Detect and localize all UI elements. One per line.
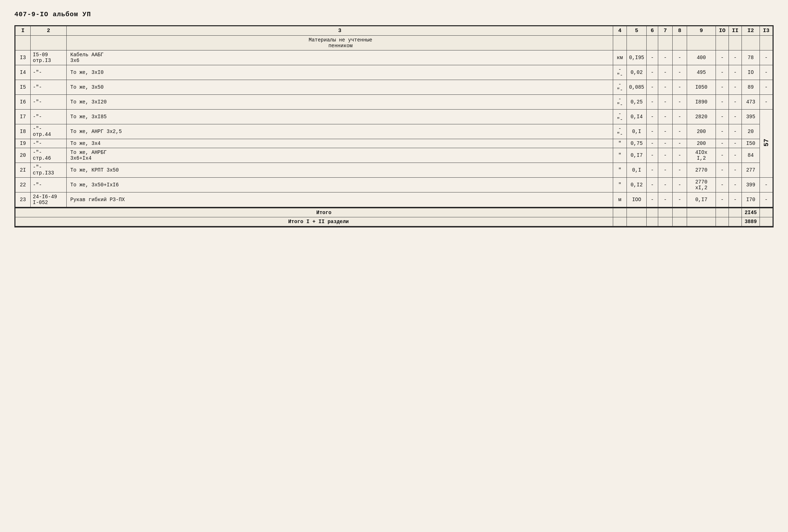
total2-col11	[729, 217, 742, 226]
table-cell: -	[716, 148, 729, 163]
table-cell: 473	[742, 95, 760, 110]
table-cell: -"-стр.Ι33	[31, 163, 67, 178]
header-col4: 4	[613, 26, 627, 36]
table-cell: -	[647, 178, 658, 192]
table-cell: -"-	[31, 139, 67, 148]
table-cell: 2770	[687, 163, 716, 178]
table-cell: -	[729, 139, 742, 148]
table-cell: -	[729, 110, 742, 124]
table-cell: -	[673, 110, 687, 124]
table-cell: -	[716, 192, 729, 208]
table-cell: -	[658, 139, 673, 148]
table-cell: -	[673, 50, 687, 65]
table-cell: -	[673, 148, 687, 163]
total-col9	[687, 208, 716, 217]
header-col6: 6	[647, 26, 658, 36]
total-col8	[673, 208, 687, 217]
table-cell: Ι50	[742, 139, 760, 148]
table-cell: -	[716, 124, 729, 139]
table-cell: -	[658, 80, 673, 95]
table-cell: -	[760, 65, 773, 80]
table-cell: -"-	[613, 80, 627, 95]
table-cell: -"-	[613, 95, 627, 110]
total-col12-2: 3889	[742, 217, 760, 226]
table-cell: -	[647, 50, 658, 65]
table-cell: 277	[742, 163, 760, 178]
table-cell: -	[729, 163, 742, 178]
table-cell: То же, 3х4	[67, 139, 613, 148]
table-cell: ΙΟ	[742, 65, 760, 80]
subheader-col7	[658, 36, 673, 50]
header-row: Ι 2 3 4 5 6 7 8 9 ΙΟ ΙΙ Ι2 Ι3	[16, 26, 773, 36]
table-cell: 4ΙΟхΙ,2	[687, 148, 716, 163]
total-col11	[729, 208, 742, 217]
table-cell: -	[729, 65, 742, 80]
table-row: 22-"-То же, 3х50+ΙхΙ6"0,Ι2---2770хΙ,2--3…	[16, 178, 773, 192]
table-cell: -	[716, 80, 729, 95]
table-cell: -"-	[613, 65, 627, 80]
table-cell: 0,Ι2	[627, 178, 646, 192]
table-cell: ΙΟΟ	[627, 192, 646, 208]
total2-col10	[716, 217, 729, 226]
table-row: Ι5-"-То же, 3х50-"-0,085---Ι050--89-	[16, 80, 773, 95]
table-cell: -	[658, 148, 673, 163]
table-cell: Рукав гибкий РЗ-ПХ	[67, 192, 613, 208]
table-row: Ι6-"-Тo же, 3хΙ20-"-0,25---Ι890--473-	[16, 95, 773, 110]
table-cell: -	[647, 80, 658, 95]
table-cell: -	[673, 65, 687, 80]
rotated-number-57: 57	[760, 110, 773, 178]
table-cell: -	[658, 50, 673, 65]
header-col13: Ι3	[760, 26, 773, 36]
table-cell: 0,Ι7	[627, 148, 646, 163]
table-cell: Тo же, 3хΙ20	[67, 95, 613, 110]
subheader-col13	[760, 36, 773, 50]
table-cell: -	[729, 148, 742, 163]
total2-col13	[760, 217, 773, 226]
total-col6	[647, 208, 658, 217]
header-col7: 7	[658, 26, 673, 36]
table-row: Ι9-"-То же, 3х4"0,75---200--Ι50	[16, 139, 773, 148]
subheader-col10	[716, 36, 729, 50]
table-cell: -	[647, 139, 658, 148]
table-row: 2324-Ι6-49Ι-052Рукав гибкий РЗ-ПХмΙΟΟ---…	[16, 192, 773, 208]
table-cell: 200	[687, 124, 716, 139]
table-cell: -"-	[31, 110, 67, 124]
table-cell: Ι6	[16, 95, 31, 110]
total-col7	[658, 208, 673, 217]
subheader-col9	[687, 36, 716, 50]
table-cell: -	[716, 163, 729, 178]
total-col13	[760, 208, 773, 217]
table-cell: "	[613, 139, 627, 148]
table-cell: 0,Ι	[627, 163, 646, 178]
header-col2: 2	[31, 26, 67, 36]
table-cell: То же, АНРГ 3х2,5	[67, 124, 613, 139]
header-col12: Ι2	[742, 26, 760, 36]
table-cell: -	[658, 124, 673, 139]
table-cell: -	[729, 178, 742, 192]
table-cell: То же, 3хΙ0	[67, 65, 613, 80]
table-cell: Кабель ААБГ3х6	[67, 50, 613, 65]
table-cell: То же, КРПТ 3х50	[67, 163, 613, 178]
table-cell: "	[613, 178, 627, 192]
table-cell: 20	[742, 124, 760, 139]
table-cell: -"-стр.46	[31, 148, 67, 163]
table-cell: Ι5-09отр.Ι3	[31, 50, 67, 65]
table-cell: 495	[687, 65, 716, 80]
table-cell: 0,Ι	[627, 124, 646, 139]
total2-col5	[627, 217, 646, 226]
table-cell: -"-	[31, 80, 67, 95]
table-cell: -	[729, 50, 742, 65]
table-cell: км	[613, 50, 627, 65]
table-cell: -	[716, 110, 729, 124]
table-cell: 0,02	[627, 65, 646, 80]
table-cell: То же, 3х50+ΙхΙ6	[67, 178, 613, 192]
table-cell: 22	[16, 178, 31, 192]
table-row: Ι3Ι5-09отр.Ι3Кабель ААБГ3х6км0,Ι95---400…	[16, 50, 773, 65]
table-cell: -	[729, 95, 742, 110]
total-row-1: Итого 2Ι45	[16, 208, 773, 217]
table-cell: -	[760, 95, 773, 110]
table-cell: -"-отр.44	[31, 124, 67, 139]
table-cell: 2820	[687, 110, 716, 124]
table-cell: -	[658, 110, 673, 124]
table-row: 2Ι-"-стр.Ι33То же, КРПТ 3х50"0,Ι---2770-…	[16, 163, 773, 178]
